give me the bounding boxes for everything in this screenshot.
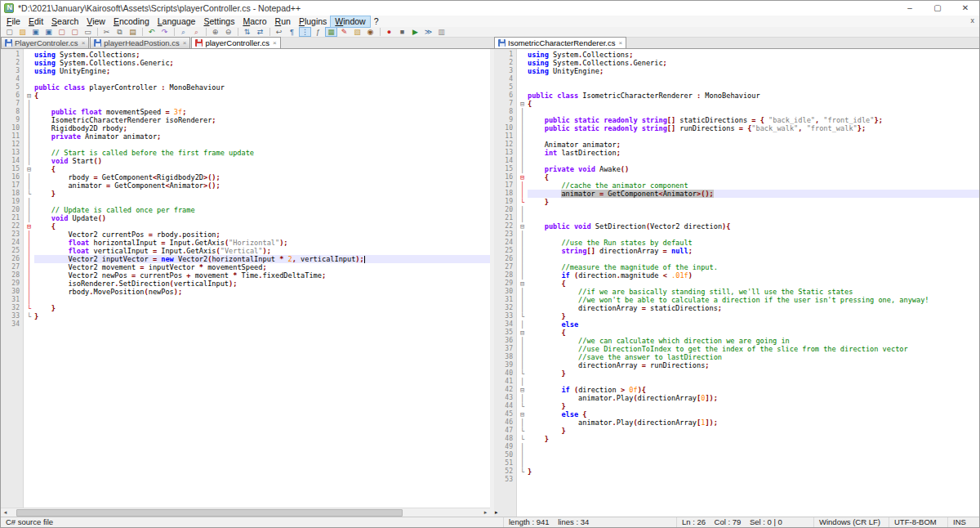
code-text[interactable]: public static readonly string[] runDirec… (528, 124, 979, 132)
code-text[interactable]: if (direction > 0f){ (528, 386, 979, 394)
view-eye-icon[interactable]: ◉ (364, 27, 376, 37)
monitoring-icon[interactable]: ✎ (338, 27, 350, 37)
code-text[interactable]: int lastDirection; (528, 149, 979, 157)
menu-item-macro[interactable]: Macro (238, 16, 270, 27)
right-pane-scroll-arrow-icon[interactable]: ▸ (495, 509, 498, 516)
code-text[interactable] (528, 214, 979, 222)
code-text[interactable]: animator.Play(directionArray[1]); (528, 418, 979, 427)
word-wrap-icon[interactable]: ↩ (273, 27, 285, 37)
code-text[interactable]: public static readonly string[] staticDi… (528, 116, 979, 124)
code-text[interactable]: } (528, 369, 979, 378)
code-text[interactable]: float verticalInput = Input.GetAxis("Ver… (34, 247, 490, 255)
fold-collapse-icon[interactable]: ⊟ (24, 165, 34, 173)
code-text[interactable]: //if we are basically standing still, we… (528, 288, 979, 296)
code-text[interactable]: { (34, 165, 490, 173)
code-text[interactable]: animator = GetComponent<Animator>(); (528, 190, 979, 198)
code-text[interactable]: else (528, 320, 979, 329)
tab-close-icon[interactable]: × (273, 39, 277, 47)
code-text[interactable] (34, 141, 490, 149)
close-doc-icon[interactable]: ▢ (56, 27, 68, 37)
code-text[interactable]: isoRenderer.SetDirection(verticalInput); (34, 280, 490, 288)
code-text[interactable]: string[] directionArray = null; (528, 247, 979, 255)
zoom-in-icon[interactable]: ⊕ (209, 27, 221, 37)
code-text[interactable]: private void Awake() (528, 165, 979, 173)
code-text[interactable]: //use DirectionToIndex to get the index … (528, 345, 979, 353)
code-text[interactable] (34, 320, 490, 329)
macro-run-multiple-icon[interactable]: ≫ (422, 27, 434, 37)
code-text[interactable] (528, 255, 979, 263)
tab-close-icon[interactable]: × (82, 39, 86, 47)
restore-button[interactable]: ▢ (924, 1, 951, 16)
close-button[interactable]: ✕ (951, 1, 979, 16)
code-text[interactable] (528, 132, 979, 141)
menu-item-window[interactable]: Window (331, 16, 369, 27)
code-text[interactable]: Vector2 newPos = currentPos + movement *… (34, 271, 490, 280)
save-all-icon[interactable]: ▣ (42, 27, 55, 37)
code-text[interactable]: { (528, 329, 979, 337)
code-text[interactable] (528, 157, 979, 165)
code-text[interactable]: //we can calculate which direction we ar… (528, 337, 979, 345)
macro-save-icon[interactable]: ▥ (435, 27, 448, 37)
code-text[interactable] (528, 75, 979, 83)
paste-icon[interactable]: ▤ (127, 27, 139, 37)
code-text[interactable] (528, 476, 979, 484)
code-text[interactable]: } (528, 468, 979, 476)
tab-playerheadpostion-cs[interactable]: playerHeadPostion.cs× (90, 37, 190, 48)
fold-collapse-icon[interactable]: ⊟ (517, 222, 528, 230)
menu-item-run[interactable]: Run (271, 16, 295, 27)
left-code-editor[interactable]: 1using System.Collections;2using System.… (1, 49, 490, 508)
function-list-icon[interactable]: ƒ (312, 27, 324, 37)
menu-item-plugins[interactable]: Plugins (295, 16, 331, 27)
code-text[interactable]: Vector2 currentPos = rbody.position; (34, 230, 490, 239)
document-map-icon[interactable]: ▦ (325, 27, 337, 37)
undo-icon[interactable]: ↶ (145, 27, 158, 37)
minimize-button[interactable]: – (896, 1, 924, 16)
close-all-icon[interactable]: ▢ (69, 27, 81, 37)
right-code-editor[interactable]: 1using System.Collections;2using System.… (494, 49, 979, 517)
sync-horizontal-scroll-icon[interactable]: ⇄ (254, 27, 266, 37)
code-text[interactable]: public float movementSpeed = 3f; (34, 108, 490, 116)
save-icon[interactable]: ▣ (29, 27, 42, 37)
code-text[interactable]: rbody.MovePosition(newPos); (34, 288, 490, 296)
code-text[interactable]: void Update() (34, 214, 490, 222)
code-text[interactable]: animator.Play(directionArray[0]); (528, 394, 979, 402)
code-text[interactable] (528, 206, 979, 214)
tab-isometriccharacterrenderer-cs[interactable]: IsometricCharacterRenderer.cs× (494, 37, 626, 48)
menu-item-settings[interactable]: Settings (199, 16, 238, 27)
code-text[interactable] (528, 451, 979, 459)
code-text[interactable]: using System.Collections.Generic; (528, 59, 979, 67)
code-text[interactable]: Vector2 movement = inputVector * movemen… (34, 263, 490, 271)
code-text[interactable] (528, 230, 979, 239)
code-text[interactable]: //save the answer to lastDirection (528, 353, 979, 361)
code-text[interactable]: //use the Run states by default (528, 239, 979, 247)
sync-vertical-scroll-icon[interactable]: ⇅ (241, 27, 253, 37)
code-text[interactable]: else { (528, 410, 979, 418)
copy-icon[interactable]: ⧉ (114, 27, 126, 37)
code-text[interactable]: private Animator animator; (34, 132, 490, 141)
fold-collapse-icon[interactable]: ⊟ (517, 173, 528, 181)
code-text[interactable]: if (direction.magnitude < .01f) (528, 271, 979, 280)
scroll-left-arrow-icon[interactable]: ◂ (1, 509, 10, 516)
code-text[interactable]: //cache the animator component (528, 181, 979, 190)
fold-collapse-icon[interactable]: ⊟ (517, 329, 528, 337)
code-text[interactable]: using UnityEngine; (34, 67, 490, 75)
indent-guide-icon[interactable]: ⋮ (299, 27, 311, 37)
folder-as-workspace-icon[interactable]: ▧ (351, 27, 363, 37)
code-text[interactable]: float horizontalInput = Input.GetAxis("H… (34, 239, 490, 247)
code-text[interactable]: { (34, 92, 490, 100)
code-text[interactable] (528, 378, 979, 386)
menu-item-language[interactable]: Language (154, 16, 200, 27)
code-text[interactable] (34, 100, 490, 108)
fold-collapse-icon[interactable]: ⊟ (517, 280, 528, 288)
code-text[interactable]: { (528, 100, 979, 108)
code-text[interactable]: } (528, 435, 979, 443)
macro-record-icon[interactable]: ● (383, 27, 395, 37)
code-text[interactable] (34, 296, 490, 304)
cut-icon[interactable]: ✂ (100, 27, 113, 37)
left-horizontal-scrollbar[interactable]: ◂ ▸ (1, 508, 490, 517)
code-text[interactable]: Animator animator; (528, 141, 979, 149)
fold-collapse-icon[interactable]: ⊟ (24, 92, 34, 100)
code-text[interactable] (34, 75, 490, 83)
code-text[interactable]: using UnityEngine; (528, 67, 979, 75)
code-text[interactable]: } (34, 312, 490, 320)
